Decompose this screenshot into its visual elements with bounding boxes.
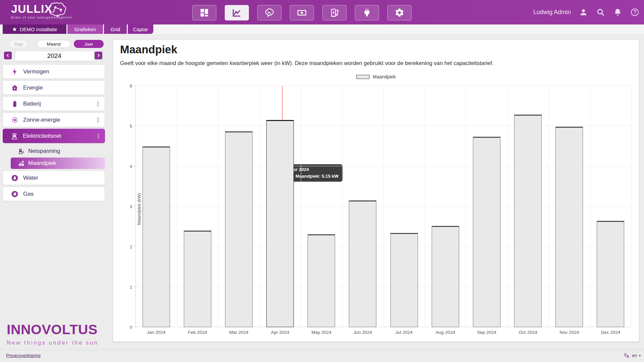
sidebar-item-vermogen[interactable]: Vermogen: [3, 64, 105, 79]
brand-tagline: New things under the sun: [7, 340, 104, 346]
x-tick-jun-2024: Jun 2024: [354, 330, 372, 335]
sidebar-item-water[interactable]: Water: [3, 171, 105, 185]
sidebar-item-label: Water: [23, 175, 105, 181]
gridline-x-1: [177, 86, 177, 327]
bar-dec-2024[interactable]: [597, 221, 624, 327]
gas-icon: [11, 190, 18, 198]
bar-jul-2024[interactable]: [390, 233, 418, 327]
period-tab-dag[interactable]: Dag: [9, 40, 28, 48]
sidebar-subitem-maandpiek[interactable]: Maandpiek: [11, 158, 105, 169]
nav-money-button[interactable]: [290, 5, 314, 20]
language-caret-icon: ▾: [639, 354, 641, 357]
page-description: Geeft voor elke maand de hoogste gemeten…: [120, 60, 493, 66]
x-tick-dec-2024: Dec 2024: [601, 330, 621, 335]
top-header: JULLIX Brain of your energymanagment Lud…: [0, 0, 644, 24]
bar-mar-2024[interactable]: [225, 131, 253, 327]
x-tick-jan-2024: Jan 2024: [147, 330, 166, 335]
breadcrumb-label: Grid: [111, 26, 120, 32]
nav-brain-button[interactable]: [257, 5, 281, 20]
next-year-button[interactable]: [95, 52, 102, 59]
breadcrumb-label: Grafieken: [74, 26, 96, 32]
translate-icon: [624, 352, 630, 359]
bar-oct-2024[interactable]: [514, 115, 542, 327]
breadcrumb-item-grafieken[interactable]: Grafieken: [67, 24, 103, 34]
period-tab-maand[interactable]: Maand: [37, 40, 70, 48]
user-avatar-icon[interactable]: [579, 8, 588, 17]
notifications-bell-icon[interactable]: [613, 8, 622, 17]
chart-legend[interactable]: Maandpiek: [113, 74, 639, 79]
brand-name: INNOVOLTUS: [7, 322, 104, 338]
nav-ev-charger-button[interactable]: [322, 5, 346, 20]
kebab-menu-icon[interactable]: [95, 133, 102, 139]
sidebar-item-zonne-energie[interactable]: Zonne-energie: [3, 113, 105, 127]
user-name[interactable]: Ludwig Admin: [533, 9, 571, 16]
brain-logo-icon: [48, 1, 67, 18]
breadcrumb-item-demo-installatie[interactable]: DEMO installatie: [3, 24, 66, 34]
nav-dashboard-button[interactable]: [192, 5, 216, 20]
gridline-x-0: [136, 86, 136, 327]
bar-sep-2024[interactable]: [473, 137, 500, 327]
year-input[interactable]: 2024: [15, 51, 94, 61]
sidebar-item-energie[interactable]: Energie: [3, 80, 105, 95]
water-icon: [11, 174, 18, 182]
tooltip-title: Apr 2024: [290, 167, 338, 172]
grid-voltage-icon: [18, 148, 25, 155]
language-selector[interactable]: en ▾: [624, 352, 641, 359]
bar-jan-2024[interactable]: [143, 146, 170, 327]
privacy-link[interactable]: Privacyverklaring: [6, 353, 41, 358]
breadcrumb-item-grid[interactable]: Grid: [104, 24, 127, 34]
bar-chart-plot: Maandpiek (kW) Apr 2024 Maandpiek: 5.15 …: [136, 86, 631, 327]
bar-apr-2024[interactable]: [266, 120, 294, 327]
sidebar-item-label: Elektriciteitsnet: [23, 133, 95, 139]
breadcrumb-item-captar[interactable]: Captar: [128, 24, 153, 34]
period-tab-jaar[interactable]: Jaar: [74, 40, 104, 48]
main-nav: [192, 5, 412, 20]
gridline-x-9: [507, 86, 508, 327]
user-area: Ludwig Admin: [533, 0, 639, 24]
kebab-menu-icon[interactable]: [95, 117, 101, 123]
sidebar-subitem-label: Netspanning: [28, 148, 105, 155]
nav-line-chart-button[interactable]: [225, 5, 249, 20]
sidebar-item-batterij[interactable]: Batterij: [3, 97, 105, 111]
x-tick-jul-2024: Jul 2024: [395, 330, 413, 335]
gear-icon: [394, 8, 405, 18]
house-energy-icon: [11, 84, 18, 92]
search-icon[interactable]: [596, 8, 605, 17]
brain-icon: [264, 8, 274, 18]
bar-nov-2024[interactable]: [555, 127, 583, 327]
sidebar-menu: VermogenEnergieBatterijZonne-energieElek…: [3, 64, 105, 203]
dashboard-icon: [199, 8, 209, 18]
y-tick-0: 0: [130, 325, 132, 330]
nav-plug-button[interactable]: [355, 5, 379, 20]
bar-may-2024[interactable]: [308, 234, 335, 327]
breadcrumb-label: DEMO installatie: [20, 26, 57, 32]
x-tick-may-2024: May 2024: [312, 330, 331, 335]
battery-icon: [11, 100, 18, 108]
help-icon[interactable]: [630, 8, 639, 17]
y-axis-label: Maandpiek (kW): [137, 193, 142, 225]
y-tick-1: 1: [130, 285, 132, 290]
sidebar-item-label: Energie: [23, 84, 105, 91]
sidebar-item-label: Zonne-energie: [23, 117, 95, 123]
plug-icon: [362, 8, 372, 18]
chart-card: Maandpiek Geeft voor elke maand de hoogs…: [113, 40, 639, 342]
innovoltus-brand: INNOVOLTUS New things under the sun: [7, 322, 104, 346]
kebab-menu-icon[interactable]: [95, 101, 101, 107]
legend-swatch: [356, 75, 370, 79]
gridline-x-7: [425, 86, 425, 327]
sidebar-item-label: Gas: [23, 191, 105, 197]
sidebar-item-elektriciteitsnet[interactable]: Elektriciteitsnet: [3, 129, 105, 143]
sidebar-item-gas[interactable]: Gas: [3, 187, 105, 201]
bar-jun-2024[interactable]: [349, 200, 376, 327]
chart-tooltip: Apr 2024 Maandpiek: 5.15 kW: [286, 164, 343, 182]
gridline-x-5: [342, 86, 342, 327]
bar-aug-2024[interactable]: [432, 226, 459, 327]
line-chart-icon: [232, 8, 242, 18]
x-tick-oct-2024: Oct 2024: [519, 330, 537, 335]
sidebar-subitem-netspanning[interactable]: Netspanning: [3, 145, 105, 158]
x-tick-sep-2024: Sep 2024: [477, 330, 496, 335]
previous-year-button[interactable]: [4, 52, 12, 59]
nav-gear-button[interactable]: [387, 5, 412, 20]
bar-feb-2024[interactable]: [184, 231, 211, 327]
footer-divider: [0, 350, 644, 350]
